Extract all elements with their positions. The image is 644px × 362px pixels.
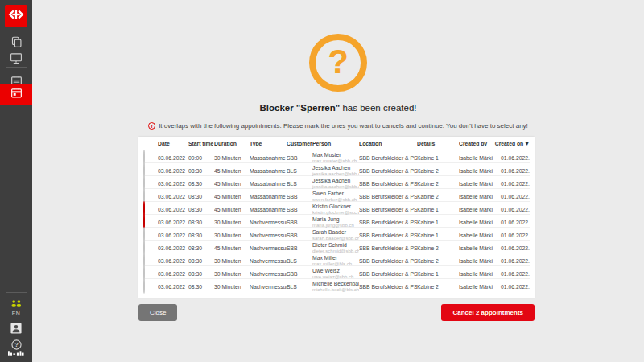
people-icon	[10, 299, 23, 309]
cell-duration: 30 Minuten	[214, 284, 250, 290]
cell-start-time: 08:30	[188, 245, 214, 251]
copy-icon	[10, 36, 23, 48]
sidebar-item-display[interactable]	[0, 48, 32, 68]
cell-created-by: Isabelle Märki	[459, 155, 494, 161]
cell-customer: BLS	[287, 168, 312, 174]
portrait-icon	[10, 323, 22, 334]
calendar-day-icon	[10, 87, 23, 102]
table-row[interactable]: 03.06.2022 08:30 30 Minuten Nachvermessu…	[143, 253, 530, 266]
table-row[interactable]: 03.06.2022 09:00 30 Minuten Massabnahme …	[143, 150, 530, 163]
col-person[interactable]: Person	[312, 141, 359, 146]
sbb-logo[interactable]	[5, 5, 27, 27]
col-duration[interactable]: Duration	[214, 141, 250, 146]
table-row[interactable]: 03.06.2022 08:30 45 Minuten Massabnahme …	[143, 202, 530, 215]
cell-created-by: Isabelle Märki	[459, 284, 494, 290]
cell-type: Massabnahme	[250, 155, 287, 161]
table-row[interactable]: 03.06.2022 08:30 45 Minuten Massabnahme …	[143, 163, 530, 176]
cancel-appointments-button[interactable]: Cancel 2 appointments	[441, 304, 535, 321]
person-email: max.miller@bls.ch	[312, 261, 359, 267]
table-row[interactable]: 03.06.2022 08:30 30 Minuten Nachvermessu…	[143, 279, 530, 292]
overlap-warning: i It overlaps with the following appoint…	[32, 122, 644, 130]
cell-created-on: 01.06.2022.	[494, 168, 530, 174]
cell-date: 03.06.2022	[158, 168, 188, 174]
sidebar-divider-bottom	[6, 292, 27, 293]
pixel-logo-icon	[8, 350, 24, 356]
cell-created-by: Isabelle Märki	[459, 168, 494, 174]
app-brand-logo	[0, 348, 32, 359]
person-email: maria.jung@sbb.ch	[312, 223, 359, 228]
question-mark-glyph: ?	[328, 45, 349, 79]
cell-created-on: 01.06.2022.	[494, 258, 530, 264]
cell-person: Sarah Baader sarah.baader@sbb.ch	[312, 229, 359, 241]
col-details[interactable]: Details	[417, 141, 459, 146]
cell-type: Massabnahme	[250, 207, 287, 212]
cell-duration: 45 Minuten	[214, 194, 250, 200]
cell-person: Max Miller max.miller@bls.ch	[312, 255, 359, 266]
question-circle-icon: ?	[309, 34, 367, 92]
person-name: Michelle Beckenbauer	[312, 281, 359, 287]
table-row[interactable]: 03.06.2022 08:30 30 Minuten Nachvermessu…	[143, 215, 530, 228]
person-name: Swen Farber	[312, 191, 359, 197]
cell-person: Maria Jung maria.jung@sbb.ch	[312, 216, 359, 228]
person-name: Max Miller	[312, 255, 359, 261]
table-row[interactable]: 03.06.2022 08:30 45 Minuten Massabnahme …	[143, 176, 530, 189]
cell-date: 03.06.2022	[158, 181, 188, 187]
cell-duration: 30 Minuten	[214, 271, 250, 277]
sidebar-item-blocker-active[interactable]	[0, 84, 32, 105]
col-type[interactable]: Type	[250, 141, 287, 146]
cell-details: Kabine 2	[417, 284, 459, 290]
cell-location: SBB Berufskleider & PSA	[359, 168, 417, 174]
cell-start-time: 08:30	[188, 181, 214, 187]
person-email: jessika.aachen@sbb.ch	[312, 171, 359, 177]
col-date[interactable]: Date	[158, 141, 188, 146]
cell-person: Michelle Beckenbauer michelle.beck@bls.c…	[312, 281, 359, 292]
appointments-table: Date Start time Duration Type Customer P…	[138, 137, 535, 298]
cell-created-on: 01.06.2022.	[494, 245, 530, 251]
cell-location: SBB Berufskleider & PSA	[359, 284, 417, 290]
dialog-title: Blocker "Sperren" has been created!	[32, 103, 644, 113]
person-name: Jessika Aachen	[312, 178, 359, 184]
language-switcher[interactable]: EN	[0, 311, 32, 316]
cell-type: Nachvermessung	[250, 271, 287, 277]
table-row[interactable]: 03.06.2022 08:30 45 Minuten Massabnahme …	[143, 189, 530, 202]
col-location[interactable]: Location	[359, 141, 417, 146]
person-name: Dieter Schmid	[312, 242, 359, 249]
cell-type: Massabnahme	[250, 194, 287, 200]
col-created-on[interactable]: Created on▼	[494, 141, 530, 146]
cell-customer: SBB	[287, 155, 312, 161]
person-email: michelle.beck@bls.ch	[312, 287, 359, 293]
cell-person: Max Muster max.muster@sbb.ch	[312, 152, 359, 163]
cell-type: Nachvermessung	[250, 258, 287, 264]
cell-created-by: Isabelle Märki	[459, 220, 494, 225]
row-select-radio[interactable]	[143, 278, 145, 294]
cell-start-time: 08:30	[188, 207, 214, 212]
cell-date: 03.06.2022	[158, 271, 188, 277]
cell-start-time: 08:30	[188, 258, 214, 264]
cell-created-on: 01.06.2022.	[494, 155, 530, 161]
cell-duration: 45 Minuten	[214, 245, 250, 251]
cell-date: 03.06.2022	[158, 194, 188, 200]
dialog-title-rest: has been created!	[340, 103, 416, 113]
sort-desc-icon: ▼	[524, 141, 530, 146]
cell-start-time: 08:30	[188, 220, 214, 225]
col-customer[interactable]: Customer	[287, 141, 312, 146]
close-button[interactable]: Close	[138, 304, 177, 321]
cell-duration: 45 Minuten	[214, 181, 250, 187]
cell-person: Dieter Schmid dieter.schmid@sbb.ch	[312, 242, 359, 253]
cell-location: SBB Berufskleider & PSA	[359, 258, 417, 264]
cell-customer: SBB	[287, 245, 312, 251]
person-name: Maria Jung	[312, 216, 359, 223]
cell-created-by: Isabelle Märki	[459, 207, 494, 212]
cell-customer: SBB	[287, 220, 312, 225]
cell-created-by: Isabelle Märki	[459, 245, 494, 251]
warning-text: It overlaps with the following appointme…	[159, 122, 528, 130]
cell-date: 03.06.2022	[158, 232, 188, 238]
col-start-time[interactable]: Start time	[188, 141, 214, 146]
person-email: dieter.schmid@sbb.ch	[312, 249, 359, 254]
table-row[interactable]: 03.06.2022 08:30 45 Minuten Nachvermessu…	[143, 241, 530, 253]
cell-person: Jessika Aachen jessika.aachen@sbb.ch	[312, 165, 359, 176]
table-row[interactable]: 03.06.2022 08:30 30 Minuten Nachvermessu…	[143, 266, 530, 279]
cell-start-time: 08:30	[188, 284, 214, 290]
table-row[interactable]: 03.06.2022 08:30 30 Minuten Nachvermessu…	[143, 228, 530, 241]
col-created-by[interactable]: Created by	[459, 141, 494, 146]
